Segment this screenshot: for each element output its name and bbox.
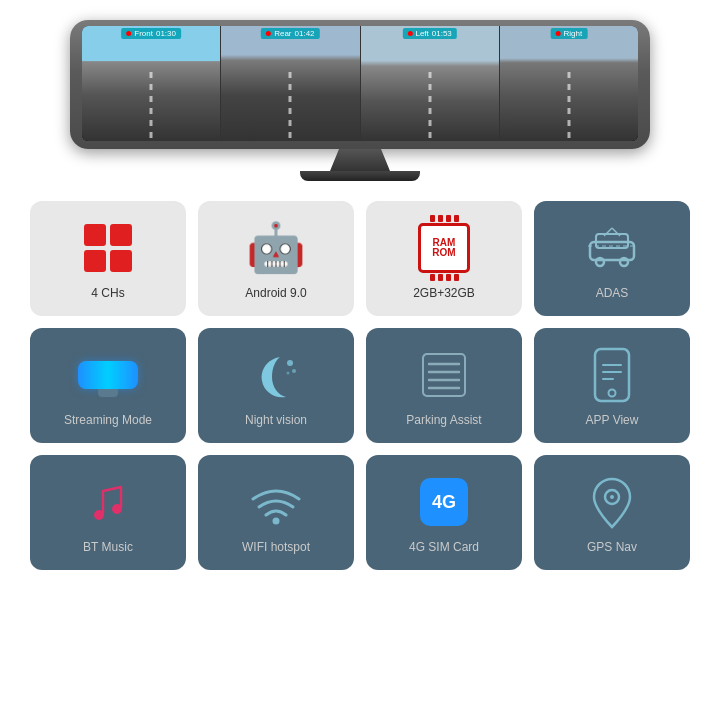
cam-left-label: Left 01:53 xyxy=(402,28,456,39)
page-wrapper: Front 01:30 Rear 01:42 xyxy=(0,0,720,590)
label-parking: Parking Assist xyxy=(406,413,481,427)
cam-left: Left 01:53 xyxy=(361,26,500,141)
ram-chip-wrapper: RAM ROM xyxy=(418,214,470,282)
chip-text-rom: ROM xyxy=(432,248,455,258)
label-4chs: 4 CHs xyxy=(91,286,124,300)
feature-card-gps: GPS Nav xyxy=(534,455,690,570)
night-moon-icon xyxy=(250,349,302,401)
svg-point-20 xyxy=(94,510,104,520)
svg-point-8 xyxy=(292,369,296,373)
icon-wifi xyxy=(246,475,306,530)
svg-point-7 xyxy=(287,360,293,366)
cam-right: Right xyxy=(500,26,638,141)
road-lines-right xyxy=(567,72,570,141)
chip-text-group: RAM ROM xyxy=(432,238,455,258)
device-stand xyxy=(330,149,390,171)
label-streaming: Streaming Mode xyxy=(64,413,152,427)
svg-point-9 xyxy=(287,372,290,375)
label-bt: BT Music xyxy=(83,540,133,554)
road-lines-front xyxy=(150,72,153,141)
features-grid: 4 CHs 🤖 Android 9.0 xyxy=(20,201,700,570)
feature-card-app: APP View xyxy=(534,328,690,443)
svg-point-24 xyxy=(610,495,614,499)
grid-cell-1 xyxy=(84,224,106,246)
cam-rear: Rear 01:42 xyxy=(221,26,360,141)
gps-icon xyxy=(589,475,635,529)
wifi-icon xyxy=(249,479,303,525)
rec-dot-left xyxy=(407,31,412,36)
label-adas: ADAS xyxy=(596,286,629,300)
icon-ram: RAM ROM xyxy=(414,221,474,276)
feature-card-sim: 4G 4G SIM Card xyxy=(366,455,522,570)
tooth-4 xyxy=(454,215,459,222)
label-gps: GPS Nav xyxy=(587,540,637,554)
label-ram: 2GB+32GB xyxy=(413,286,475,300)
icon-adas xyxy=(582,221,642,276)
icon-parking xyxy=(414,348,474,403)
grid-icon xyxy=(84,224,132,272)
cam-rear-label: Rear 01:42 xyxy=(261,28,319,39)
feature-card-night: Night vision xyxy=(198,328,354,443)
adas-car-icon xyxy=(584,226,640,270)
feature-card-adas: ADAS xyxy=(534,201,690,316)
rec-dot-right xyxy=(556,31,561,36)
svg-point-3 xyxy=(620,258,628,266)
tooth-b1 xyxy=(430,274,435,281)
svg-point-2 xyxy=(596,258,604,266)
tooth-b4 xyxy=(454,274,459,281)
feature-card-parking: Parking Assist xyxy=(366,328,522,443)
screen-area: Front 01:30 Rear 01:42 xyxy=(82,26,638,141)
ram-chip: RAM ROM xyxy=(418,223,470,273)
dashcam-device: Front 01:30 Rear 01:42 xyxy=(70,20,650,181)
icon-night xyxy=(246,348,306,403)
label-android: Android 9.0 xyxy=(245,286,306,300)
cam-right-label: Right xyxy=(551,28,588,39)
tooth-b3 xyxy=(446,274,451,281)
tooth-2 xyxy=(438,215,443,222)
tooth-b2 xyxy=(438,274,443,281)
mirror-icon xyxy=(78,361,138,389)
svg-point-21 xyxy=(112,504,122,514)
cam-front: Front 01:30 xyxy=(82,26,221,141)
grid-cell-2 xyxy=(110,224,132,246)
grid-cell-4 xyxy=(110,250,132,272)
cam-front-bg xyxy=(82,26,220,141)
cam-front-label: Front 01:30 xyxy=(121,28,181,39)
chip-teeth-top xyxy=(430,215,459,222)
icon-bt xyxy=(78,475,138,530)
feature-card-4chs: 4 CHs xyxy=(30,201,186,316)
icon-4chs xyxy=(78,221,138,276)
label-sim: 4G SIM Card xyxy=(409,540,479,554)
svg-point-22 xyxy=(273,518,280,525)
chip-teeth-bottom xyxy=(430,274,459,281)
mirror-wrapper xyxy=(78,361,138,389)
icon-app xyxy=(582,348,642,403)
phone-icon xyxy=(593,347,631,403)
svg-point-19 xyxy=(609,390,616,397)
rec-dot-rear xyxy=(266,31,271,36)
feature-card-ram: RAM ROM 2GB+32GB xyxy=(366,201,522,316)
label-night: Night vision xyxy=(245,413,307,427)
parking-icon xyxy=(419,350,469,400)
feature-card-android: 🤖 Android 9.0 xyxy=(198,201,354,316)
feature-card-wifi: WIFI hotspot xyxy=(198,455,354,570)
cam-rear-bg xyxy=(221,26,359,141)
icon-sim: 4G xyxy=(414,475,474,530)
label-app: APP View xyxy=(586,413,639,427)
feature-card-streaming: Streaming Mode xyxy=(30,328,186,443)
grid-cell-3 xyxy=(84,250,106,272)
device-section: Front 01:30 Rear 01:42 xyxy=(20,10,700,201)
rec-dot-front xyxy=(126,31,131,36)
device-body: Front 01:30 Rear 01:42 xyxy=(70,20,650,149)
road-lines-left xyxy=(428,72,431,141)
icon-streaming xyxy=(78,348,138,403)
sim-badge: 4G xyxy=(420,478,468,526)
icon-android: 🤖 xyxy=(246,221,306,276)
svg-rect-15 xyxy=(595,349,629,401)
device-base xyxy=(300,171,420,181)
cam-right-bg xyxy=(500,26,638,141)
sim-text: 4G xyxy=(432,492,456,513)
road-lines-rear xyxy=(289,72,292,141)
cam-left-bg xyxy=(361,26,499,141)
tooth-3 xyxy=(446,215,451,222)
